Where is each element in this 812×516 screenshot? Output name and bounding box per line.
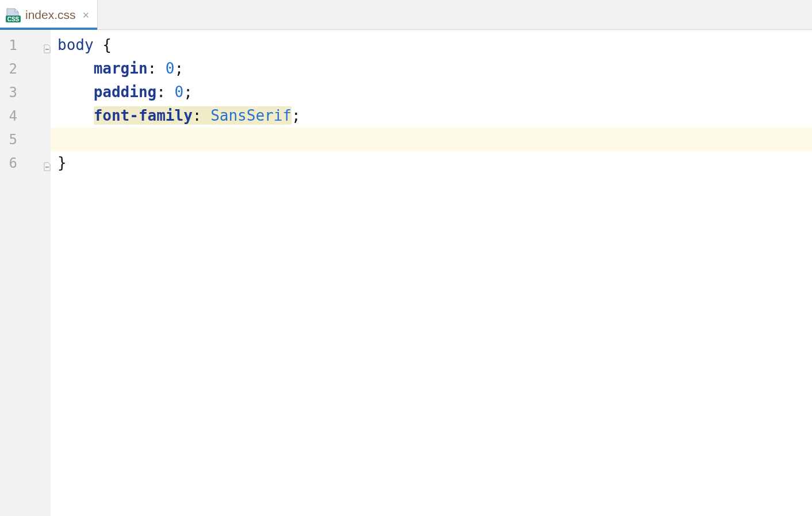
- token: [156, 60, 166, 77]
- code-line[interactable]: font-family: SansSerif;: [51, 104, 812, 128]
- gutter-line-number: 1: [0, 33, 51, 57]
- code-line[interactable]: body {: [51, 33, 812, 57]
- token: 0: [166, 60, 175, 77]
- token: [166, 83, 175, 101]
- gutter-line-number: 2: [0, 57, 51, 80]
- token: [94, 36, 103, 53]
- indent: [58, 83, 94, 101]
- gutter-line-number: 3: [0, 80, 51, 104]
- gutter-line-number: 4: [0, 104, 51, 128]
- token: ;: [175, 60, 184, 77]
- token: }: [58, 154, 67, 171]
- token: :: [156, 83, 166, 101]
- token: [201, 107, 210, 124]
- css-file-icon: CSS: [6, 7, 21, 22]
- tab-index-css[interactable]: CSS index.css ×: [0, 0, 98, 29]
- token: {: [102, 36, 112, 53]
- svg-rect-4: [45, 167, 49, 168]
- code-area[interactable]: body { margin: 0; padding: 0; font-famil…: [51, 30, 812, 516]
- code-line[interactable]: }: [51, 151, 812, 175]
- css-badge-text: CSS: [7, 16, 20, 22]
- indent: [58, 60, 94, 77]
- gutter: 123456: [0, 30, 51, 516]
- token: body: [58, 36, 94, 53]
- token: SansSerif: [210, 107, 292, 124]
- code-line[interactable]: margin: 0;: [51, 57, 812, 80]
- code-line[interactable]: [51, 128, 812, 151]
- token: ;: [292, 107, 301, 124]
- highlight-same-occurrence: font-family: SansSerif: [94, 106, 292, 125]
- code-editor[interactable]: 123456 body { margin: 0; padding: 0; fon…: [0, 30, 812, 516]
- gutter-line-number: 5: [0, 128, 51, 151]
- tab-bar: CSS index.css ×: [0, 0, 812, 30]
- token: :: [148, 60, 157, 77]
- code-line[interactable]: padding: 0;: [51, 80, 812, 104]
- token: 0: [175, 83, 184, 101]
- token: ;: [183, 83, 193, 101]
- token: padding: [94, 83, 157, 101]
- token: :: [193, 107, 202, 124]
- gutter-line-number: 6: [0, 151, 51, 175]
- svg-rect-3: [45, 49, 49, 50]
- token: margin: [94, 60, 148, 77]
- indent: [58, 107, 94, 124]
- close-icon[interactable]: ×: [83, 9, 90, 21]
- svg-marker-1: [15, 9, 18, 12]
- token: font-family: [94, 107, 193, 124]
- editor-app: CSS index.css × 123456 body { margin: 0;…: [0, 0, 812, 516]
- tab-filename: index.css: [25, 8, 76, 22]
